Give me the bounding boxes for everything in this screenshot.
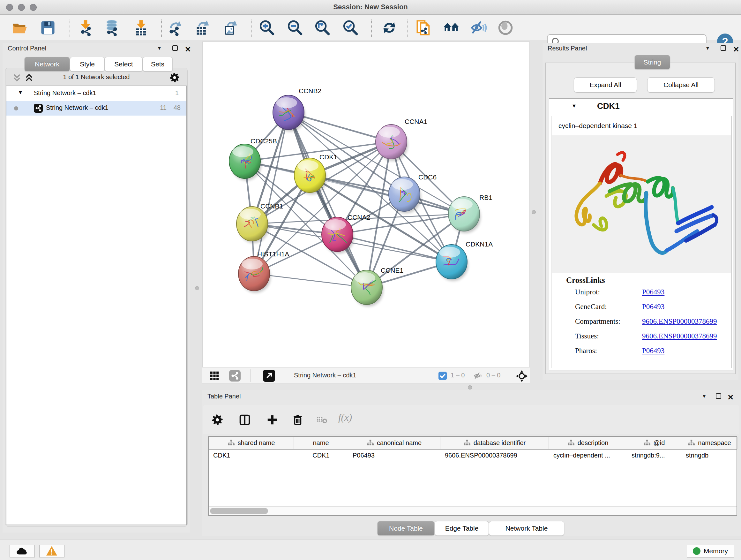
network-collection-row[interactable]: ▼ String Network – cdk1 1 bbox=[6, 86, 186, 101]
column-header--id[interactable]: @id bbox=[627, 437, 681, 449]
network-view-canvas[interactable]: CCNB2CCNA1CDC25BCDK1CDC6RB1CCNB1CCNA2CDK… bbox=[202, 42, 530, 367]
right-splitter-handle[interactable] bbox=[532, 210, 536, 214]
network-item-row[interactable]: String Network – cdk1 11 48 bbox=[6, 101, 186, 116]
network-node-label: CDC25B bbox=[251, 137, 277, 145]
network-edge-CCNB2-HIST1H1A[interactable] bbox=[254, 112, 288, 273]
scrollbar-thumb[interactable] bbox=[210, 508, 268, 514]
tab-string[interactable]: String bbox=[634, 55, 670, 70]
crosslink-link[interactable]: P06493 bbox=[642, 303, 664, 311]
delete-table-icon[interactable] bbox=[317, 416, 327, 426]
network-node-CCNA2[interactable]: CCNA2 bbox=[322, 213, 370, 253]
collapse-all-button[interactable]: Collapse All bbox=[647, 77, 715, 92]
zoom-fit-icon[interactable] bbox=[314, 19, 331, 36]
table-cell[interactable]: 9606.ENSP00000378699 bbox=[441, 449, 549, 462]
panel-close-icon[interactable]: × bbox=[728, 394, 733, 400]
gene-section-header[interactable]: ▼ CDK1 bbox=[549, 99, 733, 114]
tab-edge-table[interactable]: Edge Table bbox=[434, 521, 489, 536]
selected-checkbox-icon[interactable] bbox=[439, 372, 447, 380]
string-home-icon[interactable] bbox=[443, 19, 460, 36]
expand-all-button[interactable]: Expand All bbox=[574, 77, 637, 92]
import-table-file-icon[interactable] bbox=[133, 19, 149, 36]
network-edge-CCNA2-CDKN1A[interactable] bbox=[337, 234, 452, 262]
warning-button[interactable] bbox=[39, 545, 64, 557]
table-cell[interactable]: cyclin–dependent ... bbox=[549, 449, 627, 462]
hide-unhide-icon[interactable] bbox=[470, 19, 487, 36]
collection-collapse-icon[interactable]: ▼ bbox=[18, 90, 23, 96]
crosslink-link[interactable]: P06493 bbox=[642, 347, 664, 355]
bottom-splitter-handle[interactable] bbox=[468, 385, 472, 389]
add-column-icon[interactable] bbox=[266, 414, 278, 427]
table-cell[interactable]: stringdb bbox=[681, 449, 738, 462]
import-network-file-icon[interactable] bbox=[77, 19, 94, 36]
zoom-in-icon[interactable] bbox=[259, 19, 275, 36]
panel-float-icon[interactable] bbox=[172, 45, 178, 51]
function-builder-icon[interactable]: f(x) bbox=[338, 412, 352, 423]
network-node-RB1[interactable]: RB1 bbox=[448, 194, 492, 233]
network-node-CDKN1A[interactable]: CDKN1A bbox=[436, 240, 493, 281]
tab-sets[interactable]: Sets bbox=[143, 57, 173, 71]
column-header-shared-name[interactable]: shared name bbox=[209, 437, 294, 449]
column-header-name[interactable]: name bbox=[294, 437, 348, 449]
column-header-description[interactable]: description bbox=[549, 437, 627, 449]
table-row[interactable]: CDK1CDK1P064939606.ENSP00000378699cyclin… bbox=[209, 449, 737, 462]
table-horizontal-scrollbar[interactable] bbox=[209, 506, 737, 515]
network-edge-HIST1H1A-CCNE1[interactable] bbox=[254, 273, 367, 287]
table-settings-gear-icon[interactable] bbox=[211, 414, 223, 427]
hidden-eye-icon[interactable] bbox=[474, 371, 483, 382]
node-position-icon[interactable] bbox=[516, 370, 528, 383]
export-image-icon[interactable] bbox=[222, 19, 239, 36]
left-splitter-handle[interactable] bbox=[195, 286, 199, 290]
zoom-out-icon[interactable] bbox=[286, 19, 303, 36]
export-network-icon[interactable] bbox=[167, 19, 184, 36]
tab-node-table[interactable]: Node Table bbox=[377, 521, 434, 536]
open-session-icon[interactable] bbox=[11, 19, 28, 36]
open-in-new-window-icon[interactable] bbox=[263, 370, 275, 382]
tab-style[interactable]: Style bbox=[70, 57, 105, 71]
column-header-database-identifier[interactable]: database identifier bbox=[441, 437, 549, 449]
table-cell[interactable]: P06493 bbox=[348, 449, 441, 462]
network-node-CCNA1[interactable]: CCNA1 bbox=[376, 118, 427, 161]
network-options-gear-icon[interactable] bbox=[169, 72, 180, 84]
network-node-CDC25B[interactable]: CDC25B bbox=[229, 137, 277, 180]
panel-close-icon[interactable]: × bbox=[185, 46, 191, 52]
network-node-CDC6[interactable]: CDC6 bbox=[389, 173, 436, 213]
panel-float-icon[interactable] bbox=[721, 45, 726, 51]
panel-menu-icon[interactable]: ▼ bbox=[157, 45, 162, 51]
table-cell[interactable]: CDK1 bbox=[294, 449, 348, 462]
grid-view-icon[interactable] bbox=[209, 371, 219, 382]
panel-menu-icon[interactable]: ▼ bbox=[705, 45, 710, 51]
tab-network[interactable]: Network bbox=[24, 57, 70, 71]
table-cell[interactable]: stringdb:9... bbox=[627, 449, 681, 462]
column-header-canonical-name[interactable]: canonical name bbox=[348, 437, 441, 449]
gene-symbol: CDK1 bbox=[597, 101, 620, 111]
zoom-selected-icon[interactable] bbox=[342, 19, 359, 36]
cloud-button[interactable] bbox=[10, 545, 35, 557]
network-view-icon[interactable] bbox=[229, 370, 241, 381]
import-network-database-icon[interactable] bbox=[104, 19, 120, 36]
network-node-CCNE1[interactable]: CCNE1 bbox=[351, 266, 403, 307]
column-header-namespace[interactable]: namespace bbox=[681, 437, 738, 449]
table-cell[interactable]: CDK1 bbox=[209, 449, 294, 462]
network-node-CCNB2[interactable]: CCNB2 bbox=[273, 87, 321, 132]
tab-network-table[interactable]: Network Table bbox=[489, 521, 564, 536]
panel-menu-icon[interactable]: ▼ bbox=[702, 393, 706, 399]
memory-button[interactable]: Memory bbox=[687, 545, 734, 557]
bird-eye-icon[interactable] bbox=[497, 19, 514, 36]
crosslink-link[interactable]: 9606.ENSP00000378699 bbox=[642, 317, 717, 326]
column-header-label: database identifier bbox=[474, 439, 526, 447]
crosslink-link[interactable]: P06493 bbox=[642, 288, 664, 296]
export-table-icon[interactable] bbox=[194, 19, 211, 36]
panel-float-icon[interactable] bbox=[716, 393, 721, 399]
network-edge-CCNB2-CCNE1[interactable] bbox=[288, 112, 367, 287]
section-collapse-icon[interactable]: ▼ bbox=[571, 103, 577, 109]
string-document-icon[interactable] bbox=[415, 19, 432, 36]
panel-close-icon[interactable]: × bbox=[733, 46, 739, 52]
refresh-layout-icon[interactable] bbox=[381, 19, 398, 36]
show-columns-icon[interactable] bbox=[239, 414, 251, 427]
tab-select[interactable]: Select bbox=[105, 57, 143, 71]
network-node-HIST1H1A[interactable]: HIST1H1A bbox=[239, 250, 289, 293]
delete-column-icon[interactable] bbox=[292, 414, 304, 427]
crosslink-link[interactable]: 9606.ENSP00000378699 bbox=[642, 332, 717, 340]
save-session-icon[interactable] bbox=[40, 19, 56, 36]
crosslink-label: GeneCard: bbox=[575, 303, 607, 311]
